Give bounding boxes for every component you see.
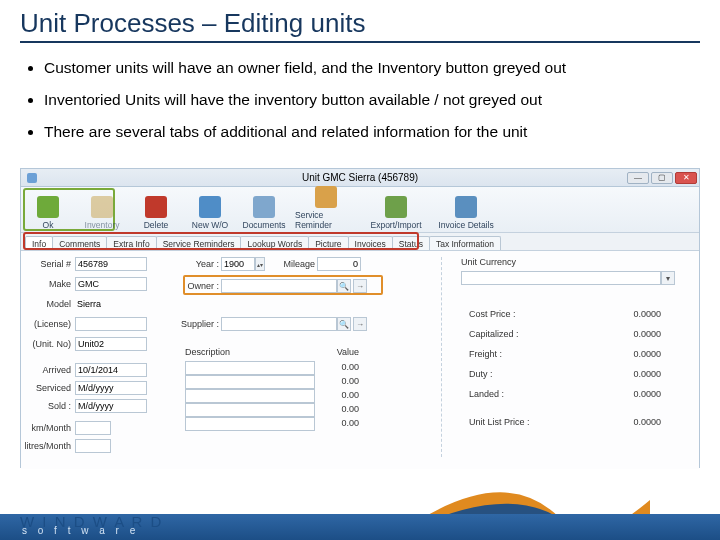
- list-label: Unit List Price :: [469, 417, 530, 427]
- tab-info[interactable]: Info: [25, 236, 53, 250]
- toolbar-label: Invoice Details: [438, 220, 493, 230]
- desc-row-3[interactable]: [185, 403, 315, 417]
- tab-comments[interactable]: Comments: [52, 236, 107, 250]
- currency-label: Unit Currency: [461, 257, 516, 267]
- serial-input[interactable]: 456789: [75, 257, 147, 271]
- toolbar-documents-button[interactable]: Documents: [241, 196, 287, 230]
- owner-search-icon[interactable]: 🔍: [337, 279, 351, 293]
- delete-icon: [145, 196, 167, 218]
- serial-label: Serial #: [21, 259, 71, 269]
- mileage-label: Mileage: [275, 259, 315, 269]
- slide-footer: W I N D W A R D s o f t w a r e: [0, 484, 720, 540]
- kmmonth-label: km/Month: [13, 423, 71, 433]
- sold-label: Sold :: [21, 401, 71, 411]
- license-label: (License): [21, 319, 71, 329]
- license-input[interactable]: [75, 317, 147, 331]
- cap-label: Capitalized :: [469, 329, 519, 339]
- toolbar-label: Service Reminder: [295, 210, 357, 230]
- desc-row-1[interactable]: [185, 375, 315, 389]
- currency-dropdown-icon[interactable]: ▾: [661, 271, 675, 285]
- tab-invoices[interactable]: Invoices: [348, 236, 393, 250]
- model-value: Sierra: [75, 297, 147, 311]
- invoice-details-icon: [455, 196, 477, 218]
- unit-editor-window: Unit GMC Sierra (456789) — ▢ ✕ OkInvento…: [20, 168, 700, 468]
- divider: [441, 257, 442, 457]
- landed-value: 0.0000: [601, 389, 661, 399]
- toolbar-delete-button[interactable]: Delete: [133, 196, 179, 230]
- supplier-label: Supplier :: [175, 319, 219, 329]
- service-reminder-icon: [315, 186, 337, 208]
- tabrow: InfoCommentsExtra InfoService RemindersL…: [21, 233, 699, 251]
- tab-service-reminders[interactable]: Service Reminders: [156, 236, 242, 250]
- duty-label: Duty :: [469, 369, 493, 379]
- toolbar-label: Delete: [144, 220, 169, 230]
- toolbar-label: New W/O: [192, 220, 228, 230]
- supplier-search-icon[interactable]: 🔍: [337, 317, 351, 331]
- owner-input[interactable]: [221, 279, 337, 293]
- landed-label: Landed :: [469, 389, 504, 399]
- titlebar[interactable]: Unit GMC Sierra (456789) — ▢ ✕: [21, 169, 699, 187]
- supplier-go-icon[interactable]: →: [353, 317, 367, 331]
- arrived-label: Arrived: [21, 365, 71, 375]
- brand-sub: s o f t w a r e: [22, 525, 139, 536]
- supplier-input[interactable]: [221, 317, 337, 331]
- toolbar-invoice-details-button[interactable]: Invoice Details: [435, 196, 497, 230]
- owner-go-icon[interactable]: →: [353, 279, 367, 293]
- slide-title: Unit Processes – Editing units: [20, 8, 700, 43]
- sold-input[interactable]: M/d/yyyy: [75, 399, 147, 413]
- documents-icon: [253, 196, 275, 218]
- tab-extra-info[interactable]: Extra Info: [106, 236, 156, 250]
- inventory-icon: [91, 196, 113, 218]
- model-label: Model: [21, 299, 71, 309]
- cost-label: Cost Price :: [469, 309, 516, 319]
- toolbar-ok-button[interactable]: Ok: [25, 196, 71, 230]
- value-header: Value: [321, 347, 359, 357]
- desc-row-4[interactable]: [185, 417, 315, 431]
- mileage-input[interactable]: 0: [317, 257, 361, 271]
- toolbar-label: Inventory: [85, 220, 120, 230]
- toolbar-service-reminder-button[interactable]: Service Reminder: [295, 186, 357, 230]
- new-w-o-icon: [199, 196, 221, 218]
- year-label: Year :: [189, 259, 219, 269]
- arrived-input[interactable]: 10/1/2014: [75, 363, 147, 377]
- toolbar-export-import-button[interactable]: Export/Import: [365, 196, 427, 230]
- value-row-2: 0.00: [321, 390, 359, 400]
- desc-row-2[interactable]: [185, 389, 315, 403]
- bullets: Customer units will have an owner field,…: [20, 59, 700, 141]
- duty-value: 0.0000: [601, 369, 661, 379]
- serviced-input[interactable]: M/d/yyyy: [75, 381, 147, 395]
- toolbar-label: Documents: [243, 220, 286, 230]
- litres-input[interactable]: [75, 439, 111, 453]
- year-spinner[interactable]: ▴▾: [255, 257, 265, 271]
- owner-label: Owner :: [181, 281, 219, 291]
- desc-row-0[interactable]: [185, 361, 315, 375]
- list-value: 0.0000: [601, 417, 661, 427]
- toolbar-inventory-button: Inventory: [79, 196, 125, 230]
- toolbar-label: Ok: [43, 220, 54, 230]
- year-input[interactable]: 1900: [221, 257, 255, 271]
- form-area: Serial # 456789 Make GMC Model Sierra (L…: [21, 251, 699, 469]
- currency-select[interactable]: [461, 271, 661, 285]
- value-row-3: 0.00: [321, 404, 359, 414]
- tab-lookup-words[interactable]: Lookup Words: [240, 236, 309, 250]
- tab-status[interactable]: Status: [392, 236, 430, 250]
- unitno-label: (Unit. No): [21, 339, 71, 349]
- ok-icon: [37, 196, 59, 218]
- toolbar-new-w-o-button[interactable]: New W/O: [187, 196, 233, 230]
- make-label: Make: [21, 279, 71, 289]
- tab-picture[interactable]: Picture: [308, 236, 348, 250]
- make-input[interactable]: GMC: [75, 277, 147, 291]
- tab-tax-information[interactable]: Tax Information: [429, 236, 501, 250]
- unitno-input[interactable]: Unit02: [75, 337, 147, 351]
- export-import-icon: [385, 196, 407, 218]
- desc-header: Description: [185, 347, 239, 357]
- toolbar-label: Export/Import: [370, 220, 421, 230]
- kmmonth-input[interactable]: [75, 421, 111, 435]
- bullet-3: There are several tabs of additional and…: [44, 123, 700, 141]
- cost-value: 0.0000: [601, 309, 661, 319]
- serviced-label: Serviced: [21, 383, 71, 393]
- litres-label: litres/Month: [13, 441, 71, 451]
- value-row-1: 0.00: [321, 376, 359, 386]
- cap-value: 0.0000: [601, 329, 661, 339]
- bullet-1: Customer units will have an owner field,…: [44, 59, 700, 77]
